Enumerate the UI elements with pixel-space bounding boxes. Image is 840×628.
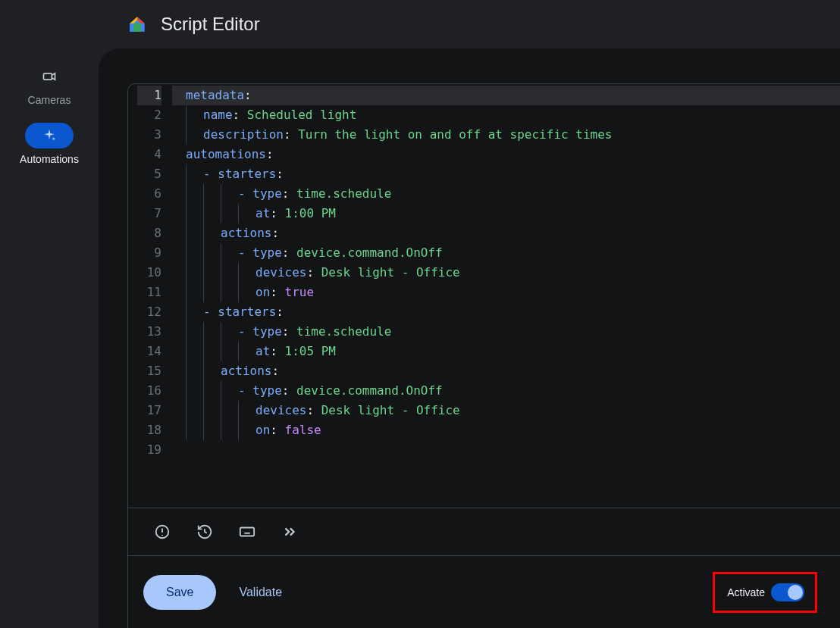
sparkle-icon (42, 128, 57, 143)
validate-button[interactable]: Validate (239, 586, 282, 599)
line-number: 5 (137, 164, 161, 184)
sidebar-item-label: Automations (20, 153, 79, 165)
line-number: 17 (137, 401, 161, 420)
code-editor[interactable]: 12345678910111213141516171819 metadata:n… (127, 83, 840, 508)
sidebar-item-automations[interactable]: Automations (0, 123, 99, 165)
line-number: 12 (137, 302, 161, 322)
code-line[interactable]: on: true (172, 283, 840, 302)
line-number: 13 (137, 322, 161, 342)
code-area[interactable]: metadata:name: Scheduled lightdescriptio… (169, 84, 840, 508)
line-number: 11 (137, 283, 161, 302)
line-number: 19 (137, 440, 161, 460)
line-number: 9 (137, 243, 161, 263)
code-line[interactable]: name: Scheduled light (172, 105, 840, 125)
activate-toggle[interactable] (771, 583, 804, 601)
error-info-icon[interactable] (154, 523, 171, 540)
line-number: 14 (137, 342, 161, 361)
code-line[interactable]: - type: time.schedule (172, 184, 840, 204)
save-button[interactable]: Save (143, 575, 216, 610)
line-number: 2 (137, 105, 161, 125)
sidebar-item-label: Cameras (28, 94, 71, 106)
main-panel: 12345678910111213141516171819 metadata:n… (99, 48, 840, 628)
line-number: 15 (137, 361, 161, 381)
code-line[interactable]: - type: device.command.OnOff (172, 381, 840, 401)
history-icon[interactable] (196, 523, 213, 540)
line-number: 18 (137, 420, 161, 440)
code-line[interactable]: - type: device.command.OnOff (172, 243, 840, 263)
keyboard-icon[interactable] (239, 523, 255, 540)
activate-highlight-region: Activate (713, 572, 817, 613)
activate-label: Activate (727, 586, 765, 598)
more-chevrons-icon[interactable] (281, 523, 298, 540)
left-sidebar: Cameras Automations (0, 48, 99, 628)
code-line[interactable]: actions: (172, 361, 840, 381)
code-line[interactable]: - type: time.schedule (172, 322, 840, 342)
code-line[interactable]: devices: Desk light - Office (172, 401, 840, 420)
page-title: Script Editor (161, 14, 260, 35)
editor-toolbar (127, 508, 840, 555)
code-line[interactable]: at: 1:00 PM (172, 204, 840, 223)
line-number: 16 (137, 381, 161, 401)
code-line[interactable]: - starters: (172, 164, 840, 184)
svg-point-3 (161, 535, 163, 536)
line-number-gutter: 12345678910111213141516171819 (128, 84, 169, 508)
google-home-logo-icon (127, 14, 147, 34)
line-number: 1 (137, 86, 161, 105)
svg-rect-4 (240, 528, 254, 536)
code-line[interactable] (172, 440, 840, 460)
code-line[interactable]: on: false (172, 420, 840, 440)
code-line[interactable]: - starters: (172, 302, 840, 322)
line-number: 7 (137, 204, 161, 223)
camera-icon (42, 69, 57, 84)
line-number: 6 (137, 184, 161, 204)
code-line[interactable]: description: Turn the light on and off a… (172, 125, 840, 145)
editor-footer: Save Validate Activate (127, 555, 840, 628)
svg-rect-0 (44, 73, 52, 80)
sidebar-item-cameras[interactable]: Cameras (0, 64, 99, 106)
code-line[interactable]: devices: Desk light - Office (172, 263, 840, 283)
code-line[interactable]: automations: (172, 145, 840, 164)
code-line[interactable]: actions: (172, 223, 840, 243)
line-number: 4 (137, 145, 161, 164)
code-line[interactable]: at: 1:05 PM (172, 342, 840, 361)
line-number: 3 (137, 125, 161, 145)
line-number: 10 (137, 263, 161, 283)
code-line[interactable]: metadata: (172, 86, 840, 105)
top-bar: Script Editor (0, 0, 840, 48)
line-number: 8 (137, 223, 161, 243)
